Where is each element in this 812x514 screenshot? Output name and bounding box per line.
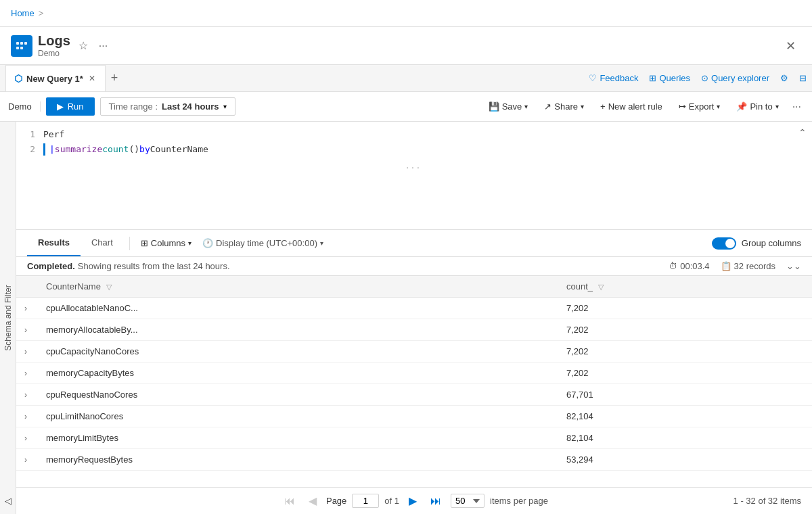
table-header: CounterName ▽ count_ ▽ (16, 276, 812, 298)
run-label: Run (68, 101, 84, 112)
export-icon: ↦ (679, 101, 686, 112)
save-icon: 💾 (489, 101, 499, 112)
row-expand-button[interactable]: › (24, 347, 27, 356)
expand-records-button[interactable]: ⌄⌄ (786, 261, 801, 271)
row-count: 7,202 (558, 319, 812, 341)
editor-ellipsis: ... (16, 157, 812, 173)
more-options-button[interactable]: ··· (96, 37, 110, 55)
tab-right-actions: ♡ Feedback ⊞ Queries ⊙ Query explorer ⚙ … (589, 73, 807, 83)
results-tab[interactable]: Results (27, 230, 81, 256)
pin-icon: 📌 (736, 101, 747, 112)
results-table-wrapper: CounterName ▽ count_ ▽ › cpuAllocatableN… (16, 276, 812, 487)
editor-area: 1 Perf 2 | summarize count () by Counter… (16, 122, 812, 230)
group-columns-toggle-container: Group columns (712, 237, 801, 250)
app-header: Logs Demo ☆ ··· ✕ (0, 27, 812, 65)
sidebar-collapse-icon: ◁ (5, 496, 12, 506)
export-button[interactable]: ↦ Export ▾ (673, 98, 726, 115)
row-expand-button[interactable]: › (24, 455, 27, 465)
countername-filter-icon[interactable]: ▽ (106, 283, 112, 291)
expand-col-header (16, 276, 38, 298)
columns-label: Columns (151, 238, 185, 248)
page-input[interactable] (352, 494, 379, 508)
time-range-value: Last 24 hours (162, 101, 219, 112)
tab-label: New Query 1* (26, 74, 83, 84)
row-expand-button[interactable]: › (24, 369, 27, 378)
row-expand-button[interactable]: › (24, 390, 27, 400)
elapsed-time-value: 00:03.4 (680, 261, 709, 271)
save-button[interactable]: 💾 Save ▾ (483, 98, 534, 115)
more-actions-button[interactable]: ··· (790, 98, 804, 116)
pin-to-button[interactable]: 📌 Pin to ▾ (731, 98, 784, 115)
items-per-page-select[interactable]: 50 100 200 (451, 494, 484, 508)
count-filter-icon[interactable]: ▽ (598, 283, 604, 291)
first-page-button[interactable]: ⏮ (280, 494, 299, 509)
editor-collapse-button[interactable]: ⌃ (798, 127, 807, 138)
group-columns-toggle[interactable] (712, 237, 736, 250)
chart-tab[interactable]: Chart (81, 230, 124, 256)
status-bar: Completed. Showing results from the last… (16, 257, 812, 276)
pin-chevron-icon: ▾ (775, 103, 779, 110)
row-expand-cell: › (16, 449, 38, 471)
row-expand-cell: › (16, 363, 38, 384)
settings-button[interactable]: ⚙ (780, 73, 788, 83)
results-table: CounterName ▽ count_ ▽ › cpuAllocatableN… (16, 276, 812, 471)
layout-button[interactable]: ⊟ (799, 73, 807, 83)
row-expand-button[interactable]: › (24, 325, 27, 335)
columns-button[interactable]: ⊞ Columns ▾ (135, 238, 197, 248)
table-row: › cpuRequestNanoCores 67,701 (16, 384, 812, 406)
queries-icon: ⊞ (649, 73, 656, 83)
sidebar-toggle[interactable]: Schema and Filter ◁ (0, 122, 16, 514)
elapsed-time: ⏱ 00:03.4 (669, 261, 709, 271)
count-col-header: count_ ▽ (558, 276, 812, 298)
code-parens: () (129, 143, 139, 156)
last-page-button[interactable]: ⏭ (426, 494, 445, 509)
main-area: Schema and Filter ◁ 1 Perf 2 | summarize… (0, 122, 812, 514)
new-alert-button[interactable]: + New alert rule (595, 98, 668, 115)
explorer-icon: ⊙ (701, 73, 708, 83)
table-row: › cpuCapacityNanoCores 7,202 (16, 341, 812, 363)
table-row: › cpuAllocatableNanoC... 7,202 (16, 298, 812, 319)
app-title-group: Logs Demo (38, 33, 70, 58)
layout-icon: ⊟ (799, 73, 807, 83)
group-columns-label: Group columns (742, 238, 801, 248)
page-of: of 1 (384, 496, 399, 506)
content-area: 1 Perf 2 | summarize count () by Counter… (16, 122, 812, 514)
row-count: 7,202 (558, 363, 812, 384)
row-countername: cpuRequestNanoCores (38, 384, 558, 406)
query-explorer-button[interactable]: ⊙ Query explorer (701, 73, 769, 83)
export-label: Export (689, 101, 715, 112)
feedback-button[interactable]: ♡ Feedback (589, 73, 638, 83)
queries-button[interactable]: ⊞ Queries (649, 73, 690, 83)
share-label: Share (554, 101, 578, 112)
next-page-button[interactable]: ▶ (405, 493, 421, 509)
results-tab-label: Results (38, 237, 70, 248)
query-tab[interactable]: ⬡ New Query 1* ✕ (5, 65, 106, 91)
row-countername: cpuAllocatableNanoC... (38, 298, 558, 319)
run-button[interactable]: ▶ Run (46, 97, 95, 116)
prev-page-button[interactable]: ◀ (304, 493, 321, 509)
row-expand-button[interactable]: › (24, 304, 27, 313)
display-time-button[interactable]: 🕐 Display time (UTC+00:00) ▾ (197, 238, 329, 248)
add-tab-button[interactable]: + (106, 68, 124, 88)
chart-tab-label: Chart (91, 237, 113, 248)
time-range-button[interactable]: Time range : Last 24 hours ▾ (100, 97, 235, 116)
svg-rect-4 (20, 47, 23, 49)
row-expand-button[interactable]: › (24, 434, 27, 443)
chevron-down-icon: ▾ (223, 103, 227, 110)
columns-icon: ⊞ (141, 238, 148, 248)
row-countername: memoryRequestBytes (38, 449, 558, 471)
row-expand-cell: › (16, 406, 38, 427)
save-label: Save (502, 101, 522, 112)
row-expand-button[interactable]: › (24, 412, 27, 421)
share-button[interactable]: ↗ Share ▾ (539, 98, 589, 115)
display-time-label: Display time (UTC+00:00) (216, 238, 317, 248)
code-pipe: | (49, 143, 55, 156)
gear-icon: ⚙ (780, 73, 788, 83)
favorite-button[interactable]: ☆ (76, 37, 91, 55)
svg-rect-1 (20, 42, 23, 45)
row-countername: cpuCapacityNanoCores (38, 341, 558, 363)
close-button[interactable]: ✕ (780, 36, 801, 56)
row-expand-cell: › (16, 427, 38, 449)
tab-close-button[interactable]: ✕ (87, 72, 97, 85)
home-link[interactable]: Home (11, 8, 35, 18)
